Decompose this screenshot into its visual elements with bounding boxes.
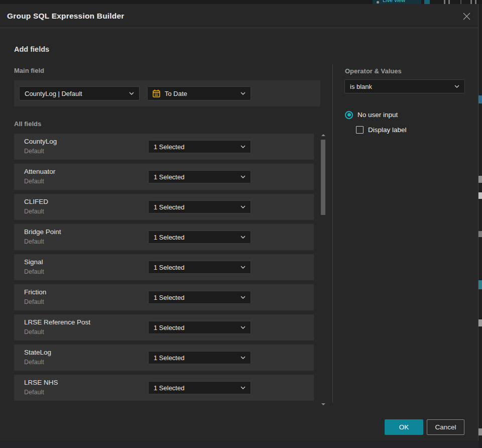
chevron-down-icon [240, 145, 246, 148]
field-selected-dropdown[interactable]: 1 Selected [148, 200, 251, 213]
background-fragment [444, 0, 445, 4]
chevron-down-icon [240, 92, 246, 95]
background-fragment [478, 95, 482, 103]
field-subtitle: Default [24, 328, 44, 335]
background-fragment [478, 176, 482, 183]
field-selected-dropdown[interactable]: 1 Selected [148, 261, 251, 274]
ok-button[interactable]: OK [385, 419, 423, 435]
background-fragment [424, 0, 430, 4]
scrollbar-thumb[interactable] [321, 140, 325, 215]
close-button[interactable] [459, 9, 474, 23]
chevron-down-icon [454, 85, 459, 88]
close-icon [463, 13, 470, 20]
background-fragment [478, 231, 482, 237]
group-sql-expression-builder-dialog: Group SQL Expression Builder Add fields … [0, 4, 478, 441]
all-fields-label: All fields [14, 120, 41, 128]
screen: Live view Group SQL Expression Builder A… [0, 0, 482, 448]
panel-divider [332, 64, 333, 403]
dialog-titlebar: Group SQL Expression Builder [0, 4, 478, 28]
add-fields-heading: Add fields [14, 45, 49, 53]
chevron-down-icon [240, 236, 246, 239]
cancel-button[interactable]: Cancel [427, 419, 464, 435]
field-name: Friction [24, 288, 46, 296]
field-selected-dropdown[interactable]: 1 Selected [148, 321, 251, 334]
display-label-checkbox[interactable]: Display label [356, 126, 407, 134]
background-fragment [448, 0, 450, 4]
calendar-icon [153, 89, 160, 97]
scroll-up-icon[interactable] [321, 134, 325, 136]
main-field-dropdown-value: CountyLog | Default [25, 90, 82, 97]
field-selected-value: 1 Selected [154, 324, 184, 331]
chevron-down-icon [240, 175, 246, 178]
field-selected-dropdown[interactable]: 1 Selected [148, 231, 251, 244]
scroll-down-icon[interactable] [321, 403, 325, 405]
field-row-statelog: StateLog Default 1 Selected [14, 345, 314, 371]
dialog-title: Group SQL Expression Builder [7, 12, 125, 21]
field-row-clifed: CLIFED Default 1 Selected [14, 194, 314, 220]
field-subtitle: Default [24, 148, 44, 155]
field-row-friction: Friction Default 1 Selected [14, 284, 314, 310]
field-name: StateLog [24, 349, 51, 356]
operator-values-heading: Operator & Values [345, 67, 402, 75]
field-selected-dropdown[interactable]: 1 Selected [148, 140, 251, 153]
field-subtitle: Default [24, 359, 44, 366]
background-fragment [478, 280, 482, 289]
field-selected-dropdown[interactable]: 1 Selected [148, 351, 251, 364]
field-selected-value: 1 Selected [154, 234, 184, 241]
field-subtitle: Default [24, 208, 44, 215]
field-name: Attenuator [24, 168, 55, 175]
field-name: LRSE NHS [24, 379, 58, 386]
field-name: CountyLog [24, 138, 57, 145]
main-field-row: CountyLog | Default To Date [14, 80, 320, 106]
field-selected-value: 1 Selected [154, 264, 184, 271]
chevron-down-icon [129, 92, 134, 95]
background-fragment [475, 0, 476, 4]
field-selected-dropdown[interactable]: 1 Selected [148, 291, 251, 304]
background-fragment [478, 192, 482, 199]
chevron-down-icon [240, 296, 246, 299]
field-row-lrse-nhs: LRSE NHS Default 1 Selected [14, 375, 314, 401]
field-row-lrse-reference-post: LRSE Reference Post Default 1 Selected [14, 314, 314, 341]
field-selected-value: 1 Selected [154, 294, 184, 301]
field-row-bridge-point: Bridge Point Default 1 Selected [14, 224, 314, 250]
field-row-attenuator: Attenuator Default 1 Selected [14, 164, 314, 190]
field-name: Signal [24, 258, 43, 266]
background-fragment [478, 319, 482, 326]
live-view-indicator: Live view [373, 0, 421, 4]
display-label-label: Display label [368, 126, 407, 134]
list-scrollbar[interactable] [320, 133, 326, 407]
checkbox-unchecked-icon [356, 126, 364, 134]
main-field-dropdown[interactable]: CountyLog | Default [19, 86, 140, 100]
field-subtitle: Default [24, 268, 44, 275]
field-selected-value: 1 Selected [154, 384, 184, 392]
no-user-input-label: No user input [357, 111, 398, 119]
field-subtitle: Default [24, 298, 44, 305]
field-name: LRSE Reference Post [24, 318, 90, 326]
field-subtitle: Default [24, 238, 44, 245]
main-field-label: Main field [14, 67, 44, 74]
field-selected-value: 1 Selected [154, 143, 184, 151]
background-app-edge [478, 4, 482, 448]
chevron-down-icon [240, 266, 246, 269]
no-user-input-radio[interactable]: No user input [345, 110, 398, 119]
chevron-down-icon [240, 356, 246, 359]
operator-dropdown[interactable]: is blank [344, 79, 465, 93]
chevron-down-icon [240, 386, 246, 389]
chevron-down-icon [240, 205, 246, 208]
field-selected-dropdown[interactable]: 1 Selected [148, 170, 251, 183]
radio-selected-icon [345, 111, 353, 119]
live-dot-icon [377, 1, 379, 4]
field-row-countylog: CountyLog Default 1 Selected [14, 134, 314, 160]
background-app-topbar: Live view [0, 0, 482, 4]
field-selected-value: 1 Selected [154, 354, 184, 362]
field-subtitle: Default [24, 389, 44, 396]
field-subtitle: Default [24, 178, 44, 185]
field-row-signal: Signal Default 1 Selected [14, 254, 314, 280]
background-fragment [470, 0, 472, 4]
field-type-dropdown[interactable]: To Date [147, 86, 251, 100]
live-view-label: Live view [383, 0, 405, 3]
field-type-dropdown-value: To Date [165, 90, 187, 97]
field-selected-dropdown[interactable]: 1 Selected [148, 381, 251, 394]
field-name: Bridge Point [24, 228, 61, 236]
background-fragment [460, 0, 461, 4]
